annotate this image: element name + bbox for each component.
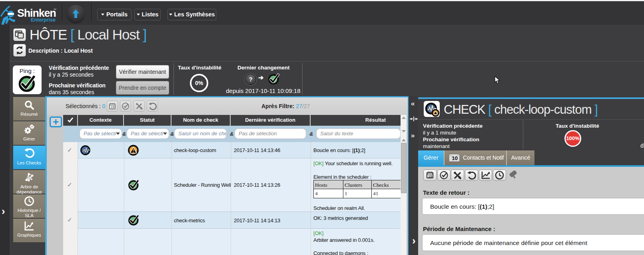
svg-text:15: 15 xyxy=(111,105,114,109)
svg-text:10: 10 xyxy=(452,155,458,161)
svg-text:15: 15 xyxy=(428,174,432,178)
